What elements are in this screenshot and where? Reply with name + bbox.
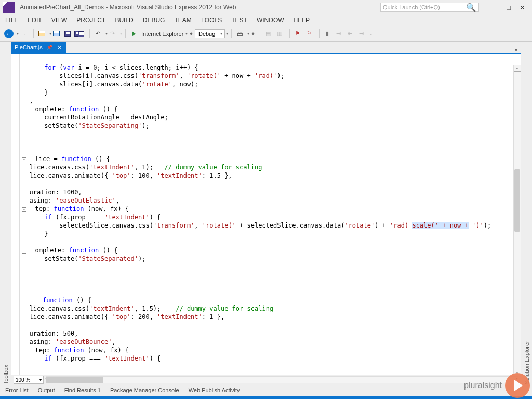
menu-file[interactable]: FILE [5,17,18,24]
tb-step3-button[interactable]: ⇥ [357,29,366,39]
menu-test[interactable]: TEST [231,17,247,24]
run-chevron-icon[interactable]: ▾ [185,31,188,36]
code-content[interactable]: for (var i = 0; i < slices.length; i++) … [22,55,512,363]
tw-find-results[interactable]: Find Results 1 [64,387,101,393]
code-gutter [11,54,20,375]
pin-icon[interactable]: 📌 [47,45,52,50]
scroll-thumb[interactable] [514,169,520,232]
start-debug-button[interactable] [129,29,138,39]
quick-launch-placeholder: Quick Launch (Ctrl+Q) [383,4,440,10]
status-bar: Ready Ln 103 Col 137 Ch 137 INS [0,396,532,399]
menu-edit[interactable]: EDIT [28,17,42,24]
tb-bookmark-button[interactable]: ▮ [323,29,332,39]
vertical-scrollbar[interactable]: ▴ ▾ [513,65,521,375]
code-editor[interactable]: for (var i = 0; i < slices.length; i++) … [11,53,521,375]
tw-web-publish[interactable]: Web Publish Activity [189,387,240,393]
pluralsight-label: pluralsight [464,381,502,390]
scroll-thumb[interactable] [46,377,103,383]
toolbox-rail[interactable]: Toolbox [0,42,11,384]
toolbox-rail-label: Toolbox [3,46,9,384]
redo-button[interactable]: ↷ [108,29,117,39]
menubar: FILE EDIT VIEW PROJECT BUILD DEBUG TEAM … [0,15,532,26]
menu-help[interactable]: HELP [294,17,310,24]
pluralsight-logo-icon [505,373,530,398]
quick-launch-input[interactable]: Quick Launch (Ctrl+Q) 🔍 [380,3,479,12]
tw-pkg-console[interactable]: Package Manager Console [110,387,179,393]
menu-tools[interactable]: TOOLS [201,17,222,24]
tab-overflow-chevron-icon[interactable]: ▾ [512,47,521,53]
toolbar: ← ▾ → ▾ ↶ ▾ ↷ ▾ Internet Explorer ▾ • De… [0,26,532,42]
undo-button[interactable]: ↶ [93,29,102,39]
horizontal-scrollbar[interactable]: ◂ ▸ [46,376,518,383]
tw-output[interactable]: Output [38,387,55,393]
solution-explorer-rail-label: Solution Explorer [524,46,530,384]
tw-error-list[interactable]: Error List [5,387,29,393]
menu-debug[interactable]: DEBUG [143,17,165,24]
vs-logo-icon [3,2,15,13]
save-all-button[interactable] [74,29,84,39]
solution-explorer-rail[interactable]: Solution Explorer [521,42,532,384]
menu-project[interactable]: PROJECT [76,17,105,24]
overflow-chevron-icon[interactable]: ↧ [369,31,373,36]
nav-fwd-button[interactable]: → [19,29,28,39]
scroll-up-icon[interactable]: ▴ [514,65,521,70]
outline-toggle-icon[interactable]: - [22,157,26,162]
tb-break-clear-button[interactable]: ⚐ [304,29,314,39]
browser-chevron-icon[interactable]: ▾ [247,31,249,36]
zoom-label: 100 % [16,377,30,383]
outline-toggle-icon[interactable]: - [22,299,26,303]
menu-window[interactable]: WINDOW [257,17,284,24]
config-combo[interactable]: Debug▾ [195,29,225,38]
outline-toggle-icon[interactable]: - [22,249,26,254]
open-file-button[interactable] [51,29,61,39]
minimize-button[interactable]: ‒ [488,4,502,11]
split-handle[interactable] [514,71,521,72]
tb-step-button[interactable]: ⇥ [334,29,343,39]
outline-toggle-icon[interactable]: - [22,108,26,112]
search-icon: 🔍 [466,3,476,12]
tb-uncomment-button[interactable]: ▥ [275,29,284,39]
menu-team[interactable]: TEAM [174,17,191,24]
config-chevron-icon[interactable]: ▾ [226,31,228,36]
save-button[interactable] [63,29,72,39]
zoom-combo[interactable]: 100 %▾ [14,376,44,384]
outline-toggle-icon[interactable]: - [22,349,26,353]
selection: scale(' + now + [412,222,468,229]
maximize-button[interactable]: □ [502,4,515,11]
tb-step2-button[interactable]: ⇤ [345,29,355,39]
window-title: AnimatedPieChart_All_Demos - Microsoft V… [20,4,380,11]
new-project-button[interactable] [37,29,46,39]
menu-view[interactable]: VIEW [51,17,68,24]
menu-build[interactable]: BUILD [115,17,133,24]
outline-toggle-icon[interactable]: - [22,207,26,212]
editor-tab[interactable]: PieChart.js 📌 ✕ [11,42,66,53]
run-target-label[interactable]: Internet Explorer [141,31,183,37]
redo-chevron-icon[interactable]: ▾ [120,31,122,36]
tab-close-button[interactable]: ✕ [57,44,63,50]
play-icon [132,31,136,36]
pluralsight-watermark: pluralsight [464,373,530,398]
editor-tab-label: PieChart.js [15,44,43,50]
nav-back-button[interactable]: ← [4,29,14,39]
tb-break-del-button[interactable]: ⚑ [293,29,302,39]
tool-window-tabs: Error List Output Find Results 1 Package… [0,384,532,396]
close-button[interactable]: ✕ [515,4,529,11]
tb-comment-button[interactable]: ▤ [263,29,273,39]
browser-link-button[interactable]: 🗃 [235,29,244,39]
